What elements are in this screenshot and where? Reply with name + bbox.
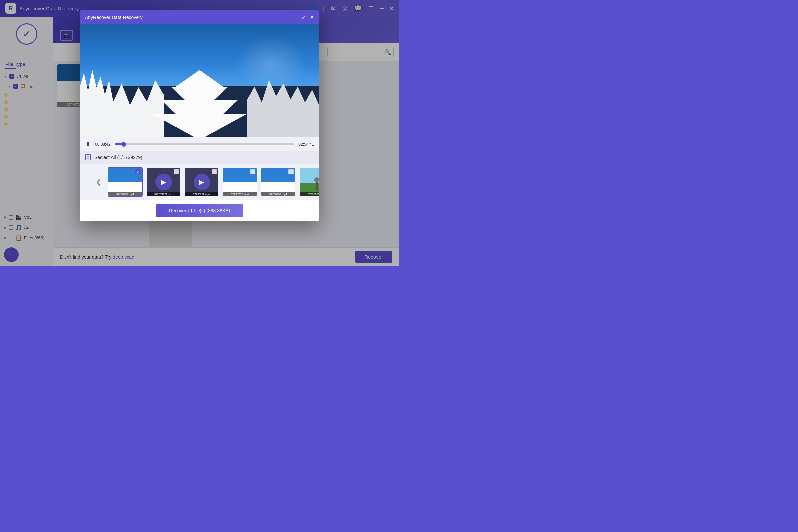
strip-thumb[interactable]: ✓ 37238732.mp4: [108, 167, 142, 197]
thumb-name: 37238732.mp4: [223, 192, 257, 196]
thumb-checkbox[interactable]: [174, 169, 179, 174]
modal-overlay: AnyRecover Data Recovery ⤢ ✕: [0, 0, 399, 266]
select-all-checkbox[interactable]: □: [85, 154, 91, 160]
strip-thumb[interactable]: ▶ 372371232ee...: [146, 167, 181, 197]
thumb-name: 372371232ee...: [147, 192, 180, 196]
thumb-name: 372378732.jpg: [300, 192, 319, 196]
modal-header-buttons: ⤢ ✕: [301, 14, 314, 20]
thumb-name: 37238732.mp4: [261, 192, 295, 196]
modal-close-button[interactable]: ✕: [309, 14, 314, 20]
preview-modal: AnyRecover Data Recovery ⤢ ✕: [80, 10, 319, 222]
progress-bar[interactable]: [115, 143, 294, 145]
strip-thumb[interactable]: ▶ 37238732.mp4: [184, 167, 219, 197]
thumb-checkbox[interactable]: [250, 169, 255, 174]
left-trees: [80, 66, 164, 137]
thumbnail-strip: ❮ ✓ 37238732.mp4 ▶ 372371232ee...: [80, 164, 319, 200]
time-current: 00:08:42: [95, 142, 111, 147]
branch-overlay: [235, 36, 307, 92]
thumb-checkbox[interactable]: [212, 169, 217, 174]
modal-recover-button[interactable]: Recover | 1 file(s) (888.88KB): [156, 204, 243, 217]
modal-title: AnyRecover Data Recovery: [85, 15, 142, 20]
strip-prev-button[interactable]: ❮: [93, 175, 104, 189]
play-icon: ▶: [155, 174, 172, 190]
thumb-checkbox[interactable]: [288, 169, 293, 174]
thumb-name: 37238732.mp4: [185, 192, 218, 196]
modal-header: AnyRecover Data Recovery ⤢ ✕: [80, 10, 319, 24]
select-all-icon: □: [87, 155, 89, 159]
expand-button[interactable]: ⤢: [301, 14, 306, 20]
center-tree: [152, 70, 247, 137]
video-controls: ⏸ 00:08:42 02:54:41: [80, 137, 319, 151]
pause-button[interactable]: ⏸: [85, 141, 91, 148]
video-preview: [80, 24, 319, 137]
select-all-text: Seclect All (1/1739279): [94, 155, 142, 160]
progress-thumb: [121, 142, 126, 147]
select-all-bar: □ Seclect All (1/1739279): [80, 151, 319, 164]
thumb-name: 37238732.mp4: [108, 192, 142, 196]
video-scene: [80, 24, 319, 137]
play-icon: ▶: [193, 174, 210, 190]
strip-thumb[interactable]: 37238732.mp4: [261, 167, 296, 197]
strip-thumb[interactable]: 372378732.jpg: [299, 167, 319, 197]
strip-thumbs: ✓ 37238732.mp4 ▶ 372371232ee... ▶: [108, 167, 319, 197]
thumb-checkbox[interactable]: ✓: [135, 169, 141, 174]
strip-thumb[interactable]: 37238732.mp4: [223, 167, 258, 197]
time-total: 02:54:41: [298, 142, 314, 147]
